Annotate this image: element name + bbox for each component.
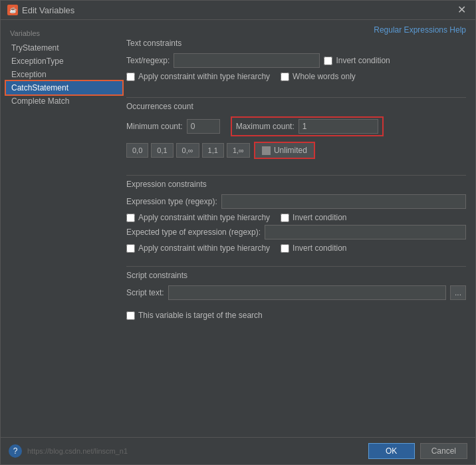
preset-btn-00[interactable]: 0,0	[126, 143, 148, 158]
unlimited-button[interactable]: Unlimited	[254, 142, 315, 159]
sidebar: Variables TryStatement ExceptionType Exc…	[6, 25, 122, 432]
min-count-input[interactable]	[187, 119, 220, 134]
expr-apply-constraint-checkbox[interactable]	[126, 214, 135, 222]
sidebar-label: Variables	[6, 28, 122, 41]
script-constraints-section: Script constraints Script text: ...	[126, 271, 466, 300]
preset-btn-0inf[interactable]: 0,∞	[176, 143, 199, 158]
expr-invert-condition-label: Invert condition	[293, 213, 346, 222]
expr-type-row: Expression type (regexp):	[126, 194, 466, 209]
dialog-content: Variables TryStatement ExceptionType Exc…	[1, 20, 475, 437]
expected-type-label: Expected type of expression (regexp):	[126, 228, 261, 237]
apply-constraint-row: Apply constraint within type hierarchy W…	[126, 72, 466, 81]
presets-row: 0,0 0,1 0,∞ 1,1 1,∞ Unlimited	[126, 142, 466, 159]
text-regexp-row: Text/regexp: Invert condition	[126, 53, 466, 68]
edit-variables-dialog: ☕ Edit Variables ✕ Variables TryStatemen…	[0, 0, 476, 465]
main-panel: Regular Expressions Help Text constraint…	[122, 25, 470, 432]
dialog-title: Edit Variables	[22, 5, 74, 15]
invert-condition-1-checkbox[interactable]	[324, 57, 332, 65]
count-row: Minimum count: Maximum count:	[126, 116, 466, 136]
whole-words-checkbox[interactable]	[281, 73, 289, 81]
preset-btn-01[interactable]: 0,1	[151, 143, 173, 158]
expected-type-input[interactable]	[265, 225, 466, 239]
max-count-label: Maximum count:	[236, 122, 295, 131]
script-text-row: Script text: ...	[126, 285, 466, 300]
expected-invert-condition-label: Invert condition	[293, 243, 346, 253]
close-button[interactable]: ✕	[455, 5, 469, 15]
max-count-group: Maximum count:	[231, 116, 384, 136]
script-constraints-title: Script constraints	[126, 271, 466, 280]
expression-constraints-section: Expression constraints Expression type (…	[126, 180, 466, 255]
occurrences-title: Occurrences count	[126, 102, 466, 111]
text-regexp-label: Text/regexp:	[126, 56, 170, 65]
expr-type-label: Expression type (regexp):	[126, 197, 217, 206]
whole-words-row: Whole words only	[281, 72, 356, 81]
apply-constraint-checkbox[interactable]	[126, 73, 135, 81]
expr-invert-condition-row: Invert condition	[281, 213, 346, 222]
expected-apply-constraint-checkbox[interactable]	[126, 244, 135, 253]
text-constraints-title: Text constraints	[126, 39, 466, 48]
title-bar-left: ☕ Edit Variables	[7, 5, 74, 15]
title-bar: ☕ Edit Variables ✕	[1, 1, 475, 20]
unlimited-checkbox-icon	[262, 146, 271, 155]
occurrences-section: Occurrences count Minimum count: Maximum…	[126, 102, 466, 163]
text-regexp-input[interactable]	[174, 53, 320, 68]
min-count-group: Minimum count:	[126, 119, 220, 134]
unlimited-label: Unlimited	[274, 146, 307, 155]
sidebar-item-completematch[interactable]: Complete Match	[6, 94, 122, 108]
expr-apply-row: Apply constraint within type hierarchy I…	[126, 213, 466, 222]
expression-constraints-title: Expression constraints	[126, 180, 466, 189]
footer: ? https://blog.csdn.net/linscm_n1 OK Can…	[1, 437, 475, 464]
sidebar-item-exception[interactable]: Exception	[6, 68, 122, 81]
help-link[interactable]: Regular Expressions Help	[374, 24, 466, 40]
ok-button[interactable]: OK	[368, 443, 415, 459]
min-count-label: Minimum count:	[126, 122, 183, 131]
target-row: This variable is target of the search	[126, 311, 466, 320]
expr-apply-constraint-label: Apply constraint within type hierarchy	[138, 213, 270, 222]
script-browse-button[interactable]: ...	[450, 285, 466, 300]
script-text-input[interactable]	[168, 285, 446, 300]
preset-btn-1inf[interactable]: 1,∞	[227, 143, 250, 158]
text-constraints-section: Text constraints Text/regexp: Invert con…	[126, 39, 466, 85]
apply-constraint-label: Apply constraint within type hierarchy	[138, 72, 270, 81]
expr-invert-condition-checkbox[interactable]	[281, 214, 289, 222]
target-label: This variable is target of the search	[138, 311, 263, 320]
help-circle-button[interactable]: ?	[9, 444, 22, 458]
target-checkbox[interactable]	[126, 311, 135, 320]
whole-words-label: Whole words only	[293, 72, 356, 81]
footer-url: https://blog.csdn.net/linscm_n1	[27, 447, 128, 455]
sidebar-item-trystatement[interactable]: TryStatement	[6, 41, 122, 55]
invert-condition-1-row: Invert condition	[324, 56, 390, 65]
expr-apply-constraint-row: Apply constraint within type hierarchy	[126, 213, 270, 222]
preset-btn-11[interactable]: 1,1	[202, 143, 224, 158]
sidebar-item-exceptiontype[interactable]: ExceptionType	[6, 55, 122, 68]
cancel-button[interactable]: Cancel	[420, 443, 467, 459]
apply-constraint-row-label: Apply constraint within type hierarchy	[126, 72, 270, 81]
footer-left: ? https://blog.csdn.net/linscm_n1	[9, 444, 128, 458]
expected-apply-constraint-label: Apply constraint within type hierarchy	[138, 243, 270, 253]
app-icon: ☕	[7, 5, 18, 15]
expr-type-input[interactable]	[221, 194, 466, 209]
sidebar-item-catchstatement[interactable]: CatchStatement	[6, 81, 122, 94]
expected-apply-constraint-row: Apply constraint within type hierarchy	[126, 243, 270, 253]
expected-type-row: Expected type of expression (regexp):	[126, 225, 466, 239]
expected-apply-row: Apply constraint within type hierarchy I…	[126, 243, 466, 253]
target-checkbox-row: This variable is target of the search	[126, 311, 263, 320]
invert-condition-1-label: Invert condition	[336, 56, 390, 65]
expected-invert-condition-row: Invert condition	[281, 243, 346, 253]
max-count-input[interactable]	[298, 119, 378, 134]
footer-buttons: OK Cancel	[368, 443, 467, 459]
script-text-label: Script text:	[126, 288, 164, 297]
expected-invert-condition-checkbox[interactable]	[281, 244, 289, 253]
preset-buttons: 0,0 0,1 0,∞ 1,1 1,∞	[126, 143, 250, 158]
